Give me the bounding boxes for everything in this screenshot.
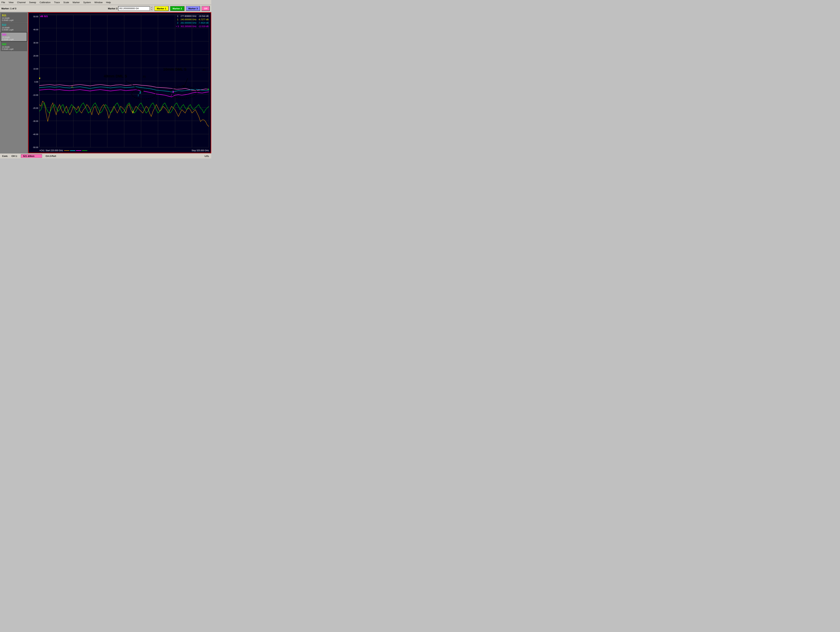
marker1-label: 1: [132, 110, 134, 114]
trace-s12-name: S12: [2, 24, 26, 26]
menu-bar: File View Channel Sweep Calibration Trac…: [0, 0, 211, 5]
trace-s12-params: 10.00dB/0.00dB LogM: [2, 27, 26, 31]
menu-marker[interactable]: Marker: [73, 1, 80, 4]
spinner-down[interactable]: ▼: [151, 8, 153, 11]
y-axis-labels: 50.00 40.00 30.00 20.00 10.00 0.00 -10.0…: [29, 14, 39, 147]
legend-magenta: [76, 150, 81, 151]
marker-readout-3: > 3: 302.265000 GHz -12.019 dB: [176, 25, 208, 28]
menu-view[interactable]: View: [9, 1, 14, 4]
marker3-spinner[interactable]: ▲ ▼: [150, 6, 153, 11]
stop-label: Stop 325.000 GHz: [191, 149, 209, 152]
dml40-ellipse: [132, 89, 155, 99]
marker-readout-2: 2: 282.000000 GHz -7.4624 dB: [176, 21, 208, 25]
marker3-input[interactable]: [118, 6, 150, 11]
marker3-label: Marker 3: [108, 7, 117, 10]
marker-readout-1y: 1: 240.000000 GHz -6.7277 dB: [176, 18, 208, 21]
marker-left-triangle: [39, 77, 40, 79]
menu-scale[interactable]: Scale: [63, 1, 69, 4]
menu-file[interactable]: File: [2, 1, 5, 4]
dml10-text: 10mm DML S: [163, 67, 186, 71]
trace-s22-params: 10.00dB/0.00dB LogM: [2, 46, 26, 50]
marker1-button[interactable]: Marker 1: [155, 6, 169, 11]
y-label-n40: -40.00: [33, 133, 38, 135]
trace-s21-name: S21: [2, 33, 26, 36]
trace-s22[interactable]: S22 10.00dB/0.00dB LogM: [1, 42, 27, 51]
dml40-sub: 21: [143, 75, 146, 78]
chart-svg: 1 2 2 3 3 △ + 40mm DML S 21: [39, 14, 209, 144]
marker-readouts: 1: 277.808800 GHz -18.544 dB 1: 240.0000…: [176, 14, 208, 28]
status-bar: Cont. CH 1: S21 &Mem CA 2-Port LCL: [0, 153, 211, 158]
y-label-n50: -50.00: [33, 146, 38, 148]
trace-s11-params: 10.00dB/0.00dB LogM: [2, 17, 26, 21]
status-cal: CA 2-Port: [46, 155, 56, 157]
spinner-up[interactable]: ▲: [151, 6, 153, 8]
dml10-sub: 21: [203, 68, 206, 71]
trace-panel: S11 10.00dB/0.00dB LogM S12 10.00dB/0.00…: [0, 12, 28, 153]
menu-calibration[interactable]: Calibration: [39, 1, 51, 4]
marker-readout-1w: 1: 277.808800 GHz -18.544 dB: [176, 14, 208, 18]
marker2-delta: 2: [137, 94, 139, 96]
legend-cyan: [70, 150, 75, 151]
status-mode: Cont.: [2, 155, 8, 157]
ch-start: >Ch1: Start 220.000 GHz: [39, 149, 87, 152]
magenta-trace-lower: [39, 89, 209, 97]
menu-help[interactable]: Help: [106, 1, 111, 4]
y-label-30: 30.00: [33, 42, 38, 44]
y-label-n10: -10.00: [33, 94, 38, 96]
dml40-text: 40mm DML S: [104, 74, 127, 78]
gold-trace: [39, 101, 209, 127]
legend-green: [82, 150, 87, 151]
menu-channel[interactable]: Channel: [17, 1, 25, 4]
marker3-label: 3: [172, 90, 174, 94]
bottom-axis: >Ch1: Start 220.000 GHz Stop 325.000 GHz: [39, 149, 209, 152]
trace-s11[interactable]: S11 10.00dB/0.00dB LogM: [1, 13, 27, 22]
chart-area: dB S21 1: 277.808800 GHz -18.544 dB 1: 2…: [28, 12, 211, 153]
status-channel: CH 1:: [11, 155, 17, 157]
marker1-yellow-label: △: [71, 85, 73, 88]
marker-count-label: Marker: 1 of 3: [2, 7, 16, 10]
toolbar: Marker: 1 of 3 Marker 3 ▲ ▼ Marker 1 Mar…: [0, 5, 211, 12]
marker-right-triangle: [208, 88, 209, 90]
trace-s12[interactable]: S12 10.00dB/0.00dB LogM: [1, 22, 27, 32]
main-area: S11 10.00dB/0.00dB LogM S12 10.00dB/0.00…: [0, 12, 211, 153]
marker3-input-group: Marker 3 ▲ ▼: [108, 6, 153, 11]
ch-start-label: >Ch1: Start 220.000 GHz: [39, 149, 63, 152]
off-button[interactable]: Off: [202, 6, 210, 11]
menu-system[interactable]: System: [83, 1, 91, 4]
db-s21-label: dB S21: [40, 15, 48, 17]
legend-lines: [64, 150, 87, 151]
y-label-0: 0.00: [35, 81, 38, 83]
status-lcl: LCL: [205, 155, 209, 157]
trace-s22-name: S22: [2, 43, 26, 46]
y-label-20: 20.00: [33, 55, 38, 57]
y-label-n30: -30.00: [33, 120, 38, 122]
menu-window[interactable]: Window: [94, 1, 103, 4]
trace-s21-params: 10.00dB/0.00dB LogM: [2, 36, 26, 41]
marker2-button[interactable]: Marker 2: [170, 6, 184, 11]
y-label-40: 40.00: [33, 29, 38, 31]
marker3-button[interactable]: Marker 3: [186, 6, 200, 11]
status-active-trace: S21 &Mem: [21, 154, 42, 158]
menu-trace[interactable]: Trace: [54, 1, 60, 4]
y-label-10: 10.00: [33, 68, 38, 70]
y-label-n20: -20.00: [33, 107, 38, 109]
y-label-50: 50.00: [33, 16, 38, 17]
trace-s11-name: S11: [2, 14, 26, 17]
menu-sweep[interactable]: Sweep: [29, 1, 36, 4]
legend-gold: [64, 150, 69, 151]
cyan-trace: [39, 87, 209, 92]
trace-s21[interactable]: S21 10.00dB/0.00dB LogM: [1, 32, 27, 41]
